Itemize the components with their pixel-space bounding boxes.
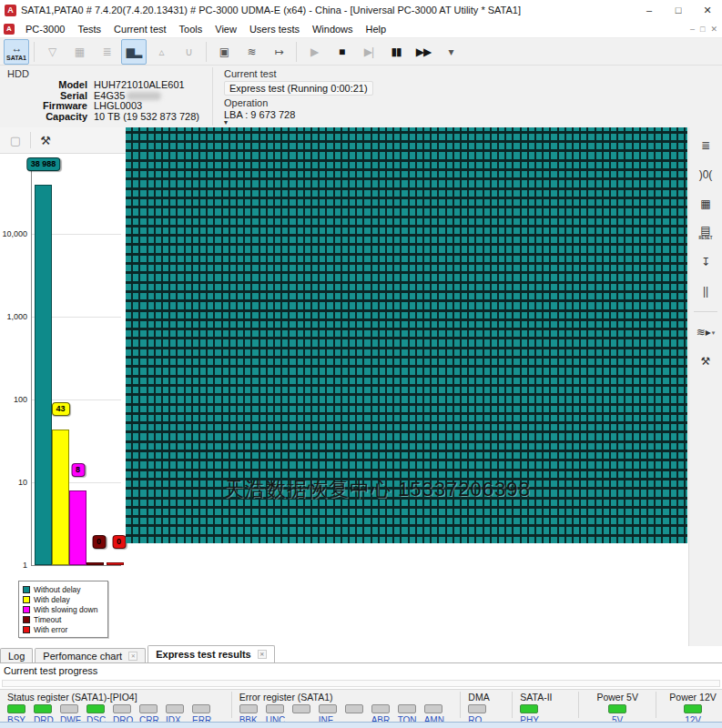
legend-swatch	[23, 606, 30, 613]
flask-test-icon: ▵	[158, 46, 163, 57]
chart-baseline	[31, 565, 121, 566]
status-group-title: SATA-II	[520, 692, 571, 703]
menu-item-view[interactable]: View	[208, 24, 243, 35]
menu-item-pc-3000[interactable]: PC-3000	[19, 24, 71, 35]
chip-test-icon: ▦	[75, 46, 84, 57]
menu-item-users-tests[interactable]: Users tests	[243, 24, 306, 35]
work-tools-icon: ⚒	[701, 356, 711, 367]
legend-label: With delay	[34, 595, 70, 604]
app-icon: A	[5, 5, 16, 16]
legend-label: With slowing down	[34, 605, 97, 614]
tab-perfomance-chart[interactable]: Perfomance chart✕	[35, 648, 146, 662]
watermark-text: 天浩数据恢复中心 15337206398	[224, 476, 531, 503]
current-test-value: Express test (Running 0:00:21)	[224, 81, 373, 96]
mdi-controls: – □ ✕	[690, 25, 722, 34]
status-bar: Status register (SATA1)-[PIO4]BSYDRDDWFD…	[0, 689, 722, 722]
toolbar-separator	[206, 42, 207, 62]
toolbar-separator	[296, 42, 297, 62]
menu-item-tests[interactable]: Tests	[71, 24, 107, 35]
tab-express-test-results[interactable]: Express test results✕	[147, 645, 275, 662]
bar-value-badge-with-error: 0	[112, 535, 126, 549]
script-list-icon[interactable]: ≣	[94, 39, 119, 65]
mdi-close-button[interactable]: ✕	[710, 25, 717, 34]
work-tools-icon[interactable]: ⚒	[693, 350, 718, 372]
test-card-icon[interactable]: ▦	[693, 193, 718, 215]
step-button[interactable]: ▶|	[356, 39, 381, 65]
bar-chart: 10,0001,00010010138 98843800	[0, 127, 126, 587]
chip-test-icon[interactable]: ▦	[66, 39, 92, 65]
recalibration-icon[interactable]: )0(	[693, 164, 718, 186]
menu-app-icon: A	[4, 24, 15, 35]
tab-close-icon[interactable]: ✕	[258, 650, 267, 659]
tab-close-icon[interactable]: ✕	[128, 652, 137, 661]
chart-panel: ▢⚒ 10,0001,00010010138 98843800 Without …	[0, 127, 126, 646]
platters-run-icon[interactable]: ≋▸▾	[693, 321, 718, 343]
play-icon: ▶	[310, 46, 318, 57]
led-indicator-dwf	[60, 704, 78, 713]
bar-value-badge-with-delay: 43	[51, 402, 69, 416]
legend-label: Timeout	[34, 615, 61, 624]
legend-item-with-delay: With delay	[23, 594, 104, 604]
sata1-port-button[interactable]: ↔SATA1	[4, 39, 29, 65]
bar-without-delay	[35, 185, 52, 565]
drive-test-icon[interactable]: ▽	[39, 39, 65, 65]
right-toolbar: ≣)0(▦▤RESET↧||≋▸▾⚒	[688, 127, 722, 646]
copy-windows-icon[interactable]: ▣	[211, 39, 237, 65]
legend-item-timeout: Timeout	[23, 614, 104, 624]
tab-label-log: Log	[8, 651, 25, 662]
menu-item-help[interactable]: Help	[360, 24, 393, 35]
platters-run-icon-dropdown-icon[interactable]: ▾	[712, 329, 716, 336]
tab-label-perfomance-chart: Perfomance chart	[43, 651, 122, 662]
script-log-icon[interactable]: ≣	[693, 135, 718, 157]
status-group-power-5v: Power 5V5V	[586, 690, 648, 722]
maximize-button[interactable]: □	[664, 0, 693, 20]
status-group-dma: DMARQ	[468, 690, 504, 722]
y-tick-label: 10	[0, 478, 27, 487]
app-window: A SATA1,PATA0 # 7.4.20(7.4.20.13431) # P…	[0, 0, 722, 728]
utility-cup-icon[interactable]: ∪	[176, 39, 201, 65]
head-park-icon: ↧	[701, 257, 710, 268]
tab-label-express-test-results: Express test results	[156, 649, 251, 660]
pause-tool-icon: ||	[703, 286, 708, 297]
pause-icon: ▮▮	[391, 46, 401, 57]
led-indicator-err	[192, 704, 210, 713]
menu-item-tools[interactable]: Tools	[173, 24, 209, 35]
playback-options-dropdown[interactable]: ▾	[438, 39, 463, 65]
chart-y-axis	[31, 160, 32, 565]
operation-expander[interactable]: ▾	[224, 120, 722, 126]
menu-item-windows[interactable]: Windows	[306, 24, 360, 35]
status-group-power-12v: Power 12V12V	[664, 690, 722, 722]
exit-utility-icon[interactable]: ↦	[266, 39, 291, 65]
copy-windows-icon: ▣	[219, 46, 229, 57]
close-button[interactable]: ✕	[693, 0, 722, 20]
head-park-icon[interactable]: ↧	[693, 251, 718, 273]
info-panel-divider	[212, 67, 213, 126]
status-group-status-register-sata1-pio4: Status register (SATA1)-[PIO4]BSYDRDDWFD…	[7, 690, 224, 722]
hdd-field-value-firmware: LHGL0003	[94, 101, 212, 112]
minimize-button[interactable]: –	[635, 0, 664, 20]
fast-forward-button[interactable]: ▶▶	[411, 39, 436, 65]
mdi-restore-button[interactable]: □	[700, 25, 705, 34]
tab-log[interactable]: Log	[0, 648, 33, 662]
test-card-icon: ▦	[700, 198, 710, 209]
led-indicator-abr	[371, 704, 390, 713]
menu-item-current-test[interactable]: Current test	[107, 24, 172, 35]
led-indicator-12v	[684, 704, 702, 713]
status-group-title: Power 12V	[669, 692, 716, 703]
sata1-port-icon: ↔	[12, 43, 22, 54]
hdd-field-value-model: HUH721010ALE601	[94, 80, 212, 91]
stop-button[interactable]: ■	[329, 39, 354, 65]
play-button[interactable]: ▶	[301, 39, 327, 65]
legend-item-with-error: With error	[23, 624, 104, 634]
flask-test-icon[interactable]: ▵	[148, 39, 174, 65]
reset-icon[interactable]: ▤RESET	[693, 222, 718, 244]
title-bar: A SATA1,PATA0 # 7.4.20(7.4.20.13431) # P…	[0, 0, 722, 20]
disk-stack-icon[interactable]: ≋	[239, 39, 264, 65]
pause-tool-icon[interactable]: ||	[693, 280, 718, 302]
pause-button[interactable]: ▮▮	[383, 39, 409, 65]
express-test-chart-button[interactable]: ▆▂	[121, 39, 147, 65]
mdi-minimize-button[interactable]: –	[690, 25, 695, 34]
led-indicator-phy	[520, 704, 538, 713]
hdd-field-value-capacity: 10 TB (19 532 873 728)	[94, 112, 212, 123]
recalibration-icon: )0(	[699, 169, 713, 180]
